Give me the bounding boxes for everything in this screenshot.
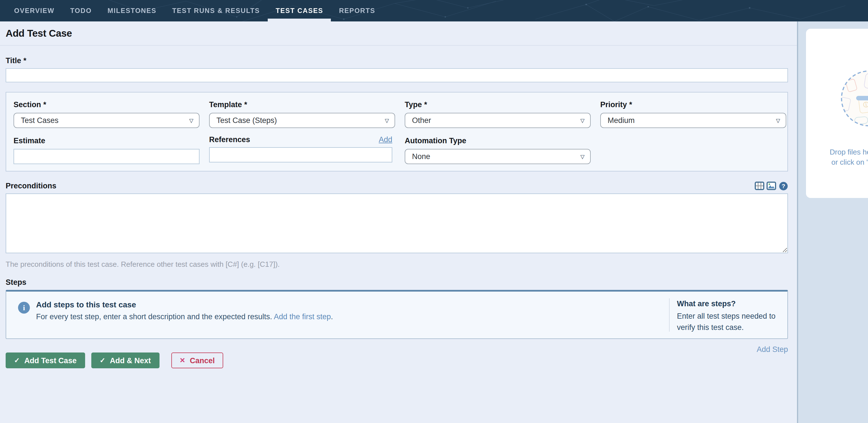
top-nav: OVERVIEW TODO MILESTONES TEST RUNS & RES… — [0, 0, 868, 22]
add-test-case-button[interactable]: ✓ Add Test Case — [6, 353, 85, 368]
code-file-icon: </> — [864, 73, 868, 90]
dropzone-hint-line1: Drop files he — [830, 147, 868, 157]
steps-aside-body: Enter all test steps needed to verify th… — [677, 311, 779, 333]
info-icon: i — [18, 302, 30, 313]
app-viewport: OVERVIEW TODO MILESTONES TEST RUNS & RES… — [0, 0, 868, 423]
tab-label: REPORTS — [339, 7, 375, 15]
type-value: Other — [412, 116, 431, 125]
preconditions-textarea[interactable] — [6, 193, 788, 253]
file-tile-icon — [845, 79, 858, 92]
dropzone-hint: Drop files he or click on ' — [830, 147, 868, 168]
steps-label: Steps — [6, 278, 27, 286]
references-input[interactable] — [209, 147, 392, 162]
tab-milestones[interactable]: MILESTONES — [99, 0, 164, 22]
attributes-groupbox: Section* Test Cases ▽ Template* Test Cas… — [6, 92, 788, 172]
check-icon: ✓ — [14, 357, 20, 364]
tab-test-runs-results[interactable]: TEST RUNS & RESULTS — [164, 0, 268, 22]
references-label: References — [209, 135, 250, 144]
cancel-button-label: Cancel — [190, 356, 215, 365]
help-icon[interactable]: ? — [778, 182, 788, 190]
add-step-link[interactable]: Add Step — [757, 345, 788, 354]
chevron-down-icon: ▽ — [385, 118, 389, 123]
priority-label: Priority — [600, 100, 627, 109]
check-icon: ✓ — [100, 357, 105, 364]
steps-banner-period: . — [331, 312, 333, 321]
cancel-button[interactable]: ✕ Cancel — [171, 353, 223, 368]
automation-type-label: Automation Type — [405, 137, 466, 145]
chevron-down-icon: ▽ — [189, 118, 193, 123]
required-mark: * — [629, 100, 632, 109]
steps-info-banner: i Add steps to this test case For every … — [6, 290, 788, 339]
tab-overview[interactable]: OVERVIEW — [6, 0, 62, 22]
add-and-next-button[interactable]: ✓ Add & Next — [91, 353, 159, 368]
dropzone-hint-line2: or click on ' — [831, 157, 868, 168]
references-add-link[interactable]: Add — [379, 135, 392, 144]
steps-aside-heading: What are steps? — [677, 300, 779, 308]
chevron-down-icon: ▽ — [580, 118, 585, 123]
chevron-down-icon: ▽ — [580, 154, 585, 159]
steps-banner-heading: Add steps to this test case — [36, 300, 333, 309]
add-and-next-button-label: Add & Next — [110, 356, 151, 365]
tab-label: OVERVIEW — [14, 7, 54, 15]
template-value: Test Case (Steps) — [216, 116, 277, 125]
add-first-step-link[interactable]: Add the first step — [274, 312, 331, 321]
add-test-case-form: Title * Section* Test Cases ▽ Template* — [0, 56, 797, 368]
tab-todo[interactable]: TODO — [62, 0, 99, 22]
preconditions-label: Preconditions — [6, 182, 56, 190]
template-select[interactable]: Test Case (Steps) ▽ — [209, 113, 395, 128]
section-value: Test Cases — [21, 116, 59, 125]
required-mark: * — [244, 100, 247, 109]
tab-reports[interactable]: REPORTS — [331, 0, 383, 22]
required-mark: * — [23, 56, 27, 65]
priority-value: Medium — [608, 116, 634, 125]
page-header: Add Test Case — [0, 22, 797, 46]
preconditions-toolbar: ? — [755, 182, 788, 190]
automation-type-select[interactable]: None ▽ — [405, 149, 591, 164]
main-panel: Add Test Case Title * Section* Test Case… — [0, 22, 797, 423]
file-tile-icon — [841, 97, 851, 111]
title-input[interactable] — [6, 68, 788, 82]
estimate-label: Estimate — [13, 137, 45, 145]
type-select[interactable]: Other ▽ — [405, 113, 591, 128]
page-title: Add Test Case — [6, 27, 72, 39]
tab-test-cases[interactable]: TEST CASES — [268, 0, 331, 22]
tab-label: TEST RUNS & RESULTS — [172, 7, 260, 15]
add-test-case-button-label: Add Test Case — [24, 356, 76, 365]
tab-label: MILESTONES — [107, 7, 156, 15]
steps-banner-body: For every test step, enter a short descr… — [36, 312, 333, 321]
image-icon[interactable] — [767, 182, 776, 190]
tab-label: TEST CASES — [276, 7, 323, 15]
steps-aside: What are steps? Enter all test steps nee… — [669, 298, 779, 332]
priority-select[interactable]: Medium ▽ — [600, 113, 786, 128]
template-label: Template — [209, 100, 242, 109]
table-icon[interactable] — [755, 182, 764, 190]
scroll-file-icon — [854, 116, 868, 125]
title-label: Title — [6, 56, 21, 65]
upload-bar-graphic — [856, 96, 868, 100]
attachments-dropzone[interactable]: </> ⓘ Drop files he or click on ' — [806, 29, 868, 198]
section-select[interactable]: Test Cases ▽ — [13, 113, 199, 128]
form-actions: ✓ Add Test Case ✓ Add & Next ✕ Cancel Ad… — [6, 353, 788, 368]
automation-type-value: None — [412, 152, 430, 161]
estimate-input[interactable] — [13, 149, 199, 164]
steps-banner-body-text: For every test step, enter a short descr… — [36, 312, 272, 321]
section-label: Section — [13, 100, 41, 109]
required-mark: * — [43, 100, 46, 109]
chevron-down-icon: ▽ — [776, 118, 780, 123]
svg-text:?: ? — [781, 182, 785, 189]
preconditions-help-text: The preconditions of this test case. Ref… — [6, 260, 788, 269]
attachments-sidebar: </> ⓘ Drop files he or click on ' — [797, 22, 868, 423]
type-label: Type — [405, 100, 422, 109]
tab-label: TODO — [70, 7, 92, 15]
required-mark: * — [424, 100, 427, 109]
close-icon: ✕ — [180, 357, 185, 364]
